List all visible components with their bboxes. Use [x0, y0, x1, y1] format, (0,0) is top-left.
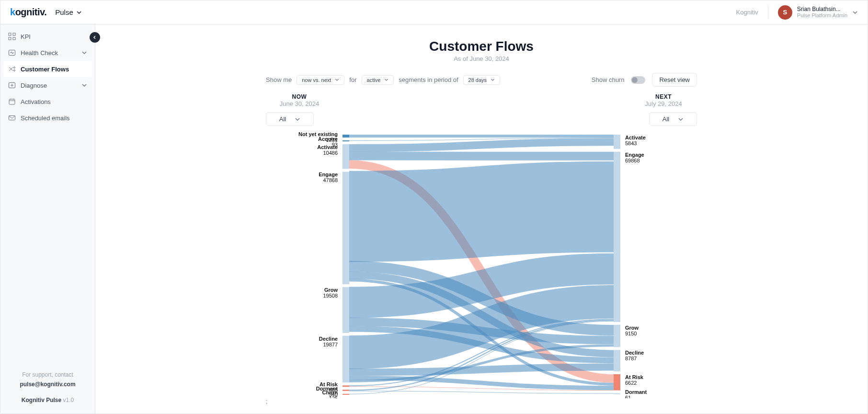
- chevron-down-icon: [852, 10, 858, 15]
- now-column-header: NOW June 30, 2024: [266, 93, 333, 107]
- mail-icon: [8, 114, 16, 122]
- svg-text:Decline19877: Decline19877: [319, 336, 338, 347]
- chevron-down-icon: [335, 78, 339, 82]
- svg-text:Decline8787: Decline8787: [625, 350, 644, 361]
- svg-rect-12: [343, 140, 349, 141]
- now-date: June 30, 2024: [266, 100, 333, 107]
- sankey-chart[interactable]: Not yet existing1231Acquire93Activate104…: [266, 130, 697, 398]
- period-select[interactable]: 28 days: [463, 75, 501, 85]
- mode-select[interactable]: now vs. next: [297, 75, 344, 85]
- top-bar-right: Kognitiv S Srian Bulathsin... Pulse Plat…: [736, 5, 858, 20]
- brand-accent: k: [10, 7, 15, 17]
- support-label: For support, contact: [7, 370, 88, 380]
- user-role: Pulse Platform Admin: [797, 12, 847, 19]
- filter-row: All All: [266, 112, 697, 126]
- chevron-down-icon: [76, 10, 82, 15]
- now-filter-select[interactable]: All: [266, 112, 314, 126]
- sidebar-item-customer-flows[interactable]: Customer Flows: [3, 61, 92, 77]
- sidebar-item-kpi[interactable]: KPI: [0, 28, 95, 45]
- show-churn-toggle[interactable]: [631, 76, 645, 84]
- chevron-down-icon: [384, 78, 388, 82]
- svg-text:Churn125: Churn125: [322, 390, 338, 398]
- svg-rect-38: [614, 393, 620, 394]
- calendar-icon: [8, 98, 16, 105]
- show-churn-label: Show churn: [592, 76, 625, 83]
- sidebar-item-label: Activations: [21, 98, 51, 105]
- svg-rect-30: [614, 152, 620, 322]
- sidebar: KPI Health Check Customer Flows Diagnose…: [0, 24, 95, 414]
- svg-rect-14: [343, 144, 349, 169]
- sidebar-item-activations[interactable]: Activations: [0, 93, 95, 110]
- footnote: ;: [266, 398, 697, 405]
- sidebar-item-scheduled-emails[interactable]: Scheduled emails: [0, 110, 95, 126]
- user-menu[interactable]: S Srian Bulathsin... Pulse Platform Admi…: [768, 5, 858, 20]
- app-frame: kognitiv. Pulse Kognitiv S Srian Bulaths…: [0, 0, 868, 414]
- sidebar-item-health-check[interactable]: Health Check: [0, 45, 95, 61]
- app-switcher[interactable]: Pulse: [55, 8, 82, 16]
- collapse-sidebar-button[interactable]: [90, 32, 100, 43]
- svg-text:Engage69868: Engage69868: [625, 152, 644, 163]
- chevron-down-icon: [81, 50, 87, 56]
- sidebar-item-label: Scheduled emails: [21, 115, 70, 122]
- sidebar-item-label: Customer Flows: [21, 66, 69, 73]
- chevron-down-icon: [81, 82, 87, 88]
- svg-rect-3: [13, 37, 15, 40]
- svg-rect-2: [9, 37, 11, 40]
- svg-text:Grow9150: Grow9150: [625, 325, 639, 336]
- svg-rect-24: [343, 390, 349, 391]
- support-email[interactable]: pulse@kognitiv.com: [7, 380, 88, 389]
- grid-icon: [8, 33, 16, 40]
- controls-left: Show me now vs. next for active segments…: [266, 75, 500, 85]
- svg-rect-20: [343, 336, 349, 382]
- svg-rect-36: [614, 374, 620, 391]
- now-title: NOW: [266, 93, 333, 100]
- svg-rect-8: [9, 99, 15, 104]
- sidebar-item-label: Health Check: [21, 49, 58, 57]
- chevron-down-icon: [295, 116, 300, 122]
- reset-view-button[interactable]: Reset view: [652, 73, 697, 87]
- svg-rect-34: [614, 350, 620, 371]
- next-column-header: NEXT July 29, 2024: [630, 93, 697, 107]
- svg-rect-28: [614, 135, 620, 149]
- svg-text:Dormant61: Dormant61: [625, 389, 647, 398]
- for-label: for: [349, 76, 356, 83]
- sankey-container: NOW June 30, 2024 NEXT July 29, 2024 All…: [266, 93, 697, 398]
- segment-type-select[interactable]: active: [362, 75, 394, 85]
- top-bar-left: kognitiv. Pulse: [10, 7, 82, 18]
- brand-logo[interactable]: kognitiv.: [10, 7, 46, 18]
- page-subtitle: As of June 30, 2024: [114, 55, 848, 62]
- svg-text:At Risk6622: At Risk6622: [625, 374, 644, 386]
- diagnose-icon: [8, 81, 16, 89]
- next-title: NEXT: [630, 93, 697, 100]
- svg-rect-22: [343, 385, 349, 387]
- brand-rest: ognitiv.: [15, 7, 47, 17]
- app-name: Pulse: [55, 8, 73, 16]
- svg-point-5: [14, 67, 15, 69]
- flow-icon: [8, 65, 16, 73]
- svg-text:Activate5843: Activate5843: [625, 135, 646, 146]
- chevron-down-icon: [491, 78, 495, 82]
- avatar: S: [778, 5, 792, 20]
- svg-rect-10: [343, 135, 349, 138]
- user-name: Srian Bulathsin...: [797, 6, 847, 12]
- chevron-left-icon: [92, 35, 97, 40]
- sidebar-item-diagnose[interactable]: Diagnose: [0, 77, 95, 93]
- svg-rect-1: [13, 33, 15, 35]
- next-date: July 29, 2024: [630, 100, 697, 107]
- top-bar: kognitiv. Pulse Kognitiv S Srian Bulaths…: [0, 0, 868, 24]
- sidebar-item-label: Diagnose: [21, 82, 47, 89]
- sidebar-footer: For support, contact pulse@kognitiv.com …: [0, 362, 95, 414]
- org-label[interactable]: Kognitiv: [736, 9, 758, 16]
- svg-text:Engage47868: Engage47868: [319, 172, 338, 183]
- svg-text:Activate10486: Activate10486: [317, 144, 338, 156]
- svg-rect-32: [614, 325, 620, 347]
- svg-rect-0: [9, 33, 11, 35]
- next-filter-select[interactable]: All: [649, 112, 697, 126]
- svg-point-6: [14, 70, 15, 71]
- control-bar: Show me now vs. next for active segments…: [266, 73, 697, 87]
- heart-pulse-icon: [8, 49, 16, 57]
- body: KPI Health Check Customer Flows Diagnose…: [0, 24, 868, 414]
- chevron-down-icon: [678, 116, 684, 122]
- svg-rect-26: [343, 394, 349, 395]
- svg-text:Grow19508: Grow19508: [323, 287, 338, 299]
